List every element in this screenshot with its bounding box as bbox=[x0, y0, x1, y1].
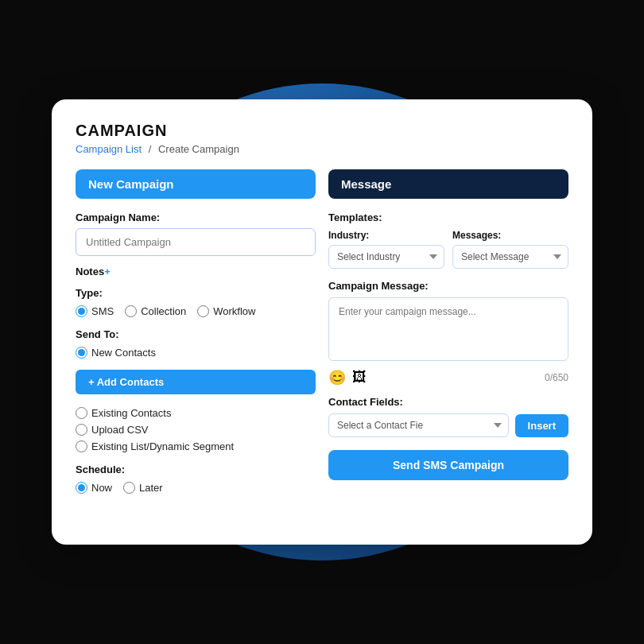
schedule-label: Schedule: bbox=[76, 464, 316, 475]
schedule-now-radio[interactable] bbox=[76, 482, 87, 494]
type-label: Type: bbox=[76, 287, 316, 299]
message-header: Message bbox=[328, 169, 568, 199]
right-panel: Message Templates: Industry: Select Indu… bbox=[328, 169, 568, 497]
send-to-dynamic-label: Existing List/Dynamic Segment bbox=[91, 440, 234, 452]
type-workflow-label: Workflow bbox=[213, 305, 255, 317]
campaign-message-textarea[interactable] bbox=[328, 297, 568, 361]
type-sms-label: SMS bbox=[91, 305, 114, 317]
contact-field-select[interactable]: Select a Contact Fie bbox=[328, 413, 509, 437]
send-to-new-radio[interactable] bbox=[76, 347, 87, 359]
campaign-name-input[interactable] bbox=[76, 228, 316, 256]
notes-label: Notes bbox=[76, 266, 104, 277]
send-to-label: Send To: bbox=[76, 328, 316, 340]
contact-fields-row: Select a Contact Fie Insert bbox=[328, 413, 568, 437]
main-card: CAMPAIGN Campaign List / Create Campaign… bbox=[52, 99, 592, 545]
emoji-icon[interactable]: 😊 bbox=[328, 369, 346, 386]
breadcrumb-current: Create Campaign bbox=[158, 143, 239, 155]
add-contacts-button[interactable]: + Add Contacts bbox=[76, 370, 316, 394]
type-sms-option[interactable]: SMS bbox=[76, 305, 114, 317]
messages-label: Messages: bbox=[452, 230, 568, 241]
send-to-new-contacts[interactable]: New Contacts bbox=[76, 347, 316, 359]
type-radio-group: SMS Collection Workflow bbox=[76, 305, 316, 317]
schedule-section: Schedule: Now Later bbox=[76, 464, 316, 494]
schedule-now-option[interactable]: Now bbox=[76, 482, 112, 494]
char-count: 0/650 bbox=[545, 372, 568, 383]
schedule-later-radio[interactable] bbox=[123, 482, 135, 494]
send-to-csv[interactable]: Upload CSV bbox=[76, 424, 316, 436]
breadcrumb-link[interactable]: Campaign List bbox=[76, 143, 142, 155]
messages-select[interactable]: Select Message bbox=[452, 245, 568, 269]
schedule-later-option[interactable]: Later bbox=[123, 482, 163, 494]
messages-group: Messages: Select Message bbox=[452, 230, 568, 269]
breadcrumb-separator: / bbox=[149, 143, 152, 155]
campaign-name-label: Campaign Name: bbox=[76, 211, 316, 223]
notes-row: Notes+ bbox=[76, 266, 316, 277]
industry-row: Industry: Select Industry Messages: Sele… bbox=[328, 230, 568, 269]
send-to-new-label: New Contacts bbox=[91, 347, 156, 359]
message-toolbar: 😊 🖼 0/650 bbox=[328, 369, 568, 386]
send-to-existing-contacts[interactable]: Existing Contacts bbox=[76, 407, 316, 419]
content-row: New Campaign Campaign Name: Notes+ Type:… bbox=[76, 169, 568, 497]
send-to-csv-label: Upload CSV bbox=[91, 424, 149, 436]
schedule-later-label: Later bbox=[139, 482, 163, 494]
send-to-csv-radio[interactable] bbox=[76, 424, 87, 436]
insert-button[interactable]: Insert bbox=[515, 414, 568, 437]
type-collection-radio[interactable] bbox=[125, 305, 137, 317]
page-title: CAMPAIGN bbox=[76, 122, 568, 140]
industry-group: Industry: Select Industry bbox=[328, 230, 444, 269]
contact-fields-label: Contact Fields: bbox=[328, 396, 568, 408]
notes-plus-icon[interactable]: + bbox=[104, 266, 111, 277]
send-to-existing-radio[interactable] bbox=[76, 407, 87, 419]
send-to-section: Send To: New Contacts + Add Contacts Exi… bbox=[76, 328, 316, 452]
campaign-message-label: Campaign Message: bbox=[328, 280, 568, 292]
templates-label: Templates: bbox=[328, 211, 568, 223]
schedule-now-label: Now bbox=[91, 482, 112, 494]
type-collection-label: Collection bbox=[141, 305, 186, 317]
send-campaign-button[interactable]: Send SMS Campaign bbox=[328, 450, 568, 480]
industry-label: Industry: bbox=[328, 230, 444, 241]
send-to-dynamic-radio[interactable] bbox=[76, 440, 87, 452]
send-to-existing-label: Existing Contacts bbox=[91, 407, 171, 419]
type-sms-radio[interactable] bbox=[76, 305, 87, 317]
industry-select[interactable]: Select Industry bbox=[328, 245, 444, 269]
toolbar-icons: 😊 🖼 bbox=[328, 369, 367, 386]
type-workflow-radio[interactable] bbox=[197, 305, 209, 317]
send-to-dynamic-segment[interactable]: Existing List/Dynamic Segment bbox=[76, 440, 316, 452]
send-to-radio-group: New Contacts + Add Contacts Existing Con… bbox=[76, 347, 316, 452]
type-workflow-option[interactable]: Workflow bbox=[197, 305, 255, 317]
left-panel: New Campaign Campaign Name: Notes+ Type:… bbox=[76, 169, 316, 497]
breadcrumb: Campaign List / Create Campaign bbox=[76, 143, 568, 155]
image-icon[interactable]: 🖼 bbox=[352, 369, 367, 386]
schedule-radio-group: Now Later bbox=[76, 482, 316, 494]
type-collection-option[interactable]: Collection bbox=[125, 305, 186, 317]
new-campaign-header: New Campaign bbox=[76, 169, 316, 199]
